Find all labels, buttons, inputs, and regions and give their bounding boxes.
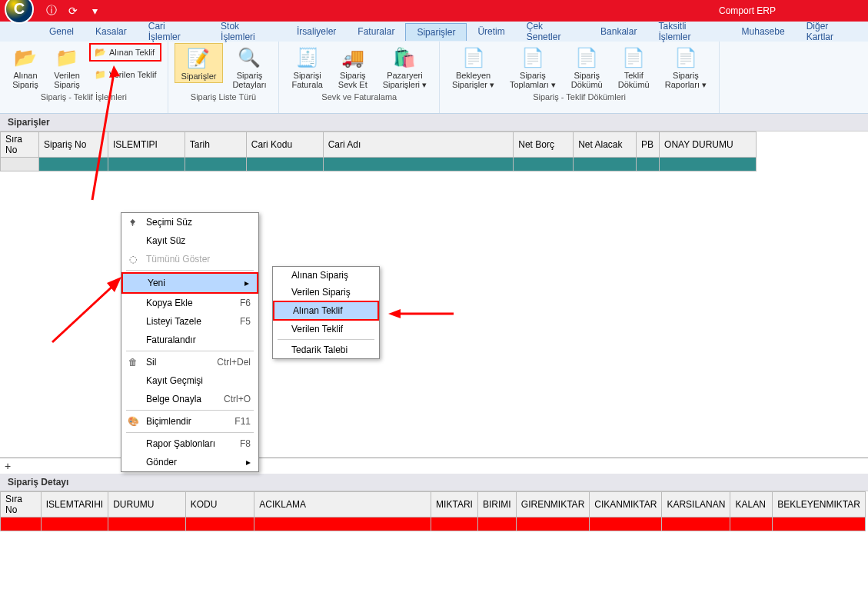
- siparis-toplamlari-button[interactable]: 📄 Sipariş Toplamları ▾: [504, 43, 562, 91]
- cm-listeyi-tazele[interactable]: Listeyi TazeleF5: [121, 312, 258, 331]
- chevron-right-icon: ▸: [244, 278, 249, 288]
- truck-icon: 🚚: [340, 45, 366, 71]
- shield-icon[interactable]: ▾: [88, 4, 101, 18]
- cm-belge-onayla[interactable]: Belge OnaylaCtrl+O: [121, 390, 258, 408]
- refresh-icon[interactable]: ⟳: [66, 4, 80, 18]
- col-miktari[interactable]: MIKTARI: [431, 492, 478, 517]
- annotation-arrow-1: [85, 65, 123, 206]
- table-siparis-detay[interactable]: Sıra No ISLEMTARIHI DURUMU KODU ACIKLAMA…: [0, 491, 866, 531]
- app-logo: C: [5, 0, 34, 24]
- cm-tumunu-goster[interactable]: ◌Tümünü Göster: [121, 250, 258, 268]
- cm-bicimlendir[interactable]: 🎨BiçimlendirF11: [121, 412, 258, 431]
- format-icon: 🎨: [126, 415, 140, 428]
- chevron-right-icon: ▸: [246, 457, 251, 468]
- col-birimi[interactable]: BIRIMI: [477, 492, 516, 517]
- ribbon-group-2: 📝 Siparişler 🔍 Sipariş Detayları Sipariş…: [168, 42, 280, 113]
- docs-icon: 📄: [574, 45, 600, 71]
- alinan-siparis-button[interactable]: 📂 Alınan Sipariş: [6, 43, 45, 91]
- info-icon[interactable]: ⓘ: [45, 4, 58, 18]
- menu-kasalar[interactable]: Kasalar: [85, 23, 138, 40]
- sub-alinan-teklif[interactable]: Alınan Teklif: [273, 301, 379, 321]
- col-net-borc[interactable]: Net Borç: [514, 132, 574, 158]
- col-net-alacak[interactable]: Net Alacak: [574, 132, 637, 158]
- app-title: Comport ERP: [719, 5, 776, 16]
- col-girenmiktar[interactable]: GIRENMIKTAR: [516, 492, 589, 517]
- col-pb[interactable]: PB: [637, 132, 660, 158]
- menu-irsaliye[interactable]: İrsaliyeler: [286, 23, 347, 40]
- col-sira-no[interactable]: Sıra No: [1, 132, 39, 158]
- col-bekleyen[interactable]: BEKLEYENMIKTAR: [773, 492, 866, 517]
- col-karsilanan[interactable]: KARSILANAN: [662, 492, 730, 517]
- docs-icon: 📄: [461, 45, 487, 71]
- menu-muhasebe[interactable]: Muhasebe: [731, 23, 796, 40]
- folder-in-icon: 📂: [94, 46, 106, 58]
- verilen-siparis-button[interactable]: 📁 Verilen Sipariş: [48, 43, 86, 91]
- folder-in-icon: 📂: [12, 45, 38, 71]
- col-kodu[interactable]: KODU: [185, 492, 254, 517]
- cm-kayit-gecmisi[interactable]: Kayıt Geçmişi: [121, 371, 258, 390]
- menu-siparisler[interactable]: Siparişler: [405, 23, 467, 41]
- siparisi-faturala-button[interactable]: 🧾 Siparişi Faturala: [285, 43, 328, 91]
- ribbon-group-4: 📄 Bekleyen Siparişler ▾ 📄 Sipariş Toplam…: [440, 42, 720, 113]
- teklif-dokumu-button[interactable]: 📄 Teklif Dökümü: [612, 43, 656, 91]
- menu-bankalar[interactable]: Bankalar: [590, 23, 647, 40]
- ribbon-group-3: 🧾 Siparişi Faturala 🚚 Sipariş Sevk Et 🛍️…: [279, 42, 440, 113]
- cm-yeni[interactable]: Yeni▸: [121, 272, 258, 294]
- context-menu-main: ⧪Seçimi Süz Kayıt Süz ◌Tümünü Göster Yen…: [121, 212, 259, 472]
- siparis-raporlari-button[interactable]: 📄 Sipariş Raporları ▾: [659, 43, 713, 91]
- sub-verilen-siparis[interactable]: Verilen Sipariş: [273, 284, 379, 301]
- sub-verilen-teklif[interactable]: Verilen Teklif: [273, 321, 379, 338]
- col-kalan[interactable]: KALAN: [730, 492, 773, 517]
- col-sira-no[interactable]: Sıra No: [1, 492, 42, 517]
- bekleyen-siparisler-button[interactable]: 📄 Bekleyen Siparişler ▾: [446, 43, 501, 91]
- group-title: Sipariş - Teklif Dökümleri: [533, 92, 626, 101]
- col-tarih[interactable]: Tarih: [185, 132, 246, 158]
- col-cari-adi[interactable]: Cari Adı: [323, 132, 514, 158]
- panel-title-detay: Sipariş Detayı: [0, 474, 868, 491]
- folder-out-icon: 📁: [54, 45, 80, 71]
- filter-icon: ⧪: [126, 216, 140, 228]
- alinan-teklif-button[interactable]: 📂 Alınan Teklif: [89, 43, 161, 62]
- cm-sil[interactable]: 🗑SilCtrl+Del: [121, 353, 258, 371]
- sub-tedarik-talebi[interactable]: Tedarik Talebi: [273, 341, 379, 358]
- cm-faturalandir[interactable]: Faturalandır: [121, 331, 258, 349]
- cm-kayit-suz[interactable]: Kayıt Süz: [121, 231, 258, 250]
- menu-diger[interactable]: Diğer Kartlar: [796, 18, 868, 45]
- pazaryeri-button[interactable]: 🛍️ Pazaryeri Siparişleri ▾: [377, 43, 433, 91]
- siparisler-button[interactable]: 📝 Siparişler: [175, 43, 224, 83]
- docs-icon: 📄: [520, 45, 546, 71]
- svg-marker-1: [109, 65, 120, 78]
- col-cikanmiktar[interactable]: CIKANMIKTAR: [590, 492, 662, 517]
- docs-icon: 📄: [673, 45, 699, 71]
- titlebar: C ⓘ ⟳ ▾ Comport ERP: [0, 0, 868, 22]
- panel-title-siparisler: Siparişler: [0, 114, 868, 131]
- titlebar-icons: ⓘ ⟳ ▾: [45, 4, 101, 18]
- menu-fatura[interactable]: Faturalar: [347, 23, 405, 40]
- menu-uretim[interactable]: Üretim: [467, 23, 515, 40]
- menu-genel[interactable]: Genel: [38, 23, 85, 40]
- cm-kopya-ekle[interactable]: Kopya EkleF6: [121, 294, 258, 312]
- cm-secimi-suz[interactable]: ⧪Seçimi Süz: [121, 213, 258, 231]
- note-icon: 📝: [185, 45, 211, 72]
- cm-gonder[interactable]: Gönder▸: [121, 453, 258, 471]
- svg-marker-5: [388, 309, 401, 318]
- docs-icon: 📄: [620, 45, 647, 71]
- siparis-sevk-button[interactable]: 🚚 Sipariş Sevk Et: [332, 43, 374, 91]
- sub-alinan-siparis[interactable]: Alınan Sipariş: [273, 267, 379, 284]
- svg-line-0: [92, 73, 114, 200]
- col-aciklama[interactable]: ACIKLAMA: [254, 492, 431, 517]
- search-icon: 🔍: [236, 45, 262, 71]
- col-islemtarihi[interactable]: ISLEMTARIHI: [41, 492, 108, 517]
- col-durumu[interactable]: DURUMU: [108, 492, 186, 517]
- siparis-dokumu-button[interactable]: 📄 Sipariş Dökümü: [565, 43, 609, 91]
- col-cari-kodu[interactable]: Cari Kodu: [246, 132, 323, 158]
- table-row[interactable]: [1, 517, 866, 531]
- group-title: Sevk ve Faturalama: [321, 92, 397, 101]
- group-title: Sipariş Liste Türü: [191, 92, 256, 101]
- siparis-detaylari-button[interactable]: 🔍 Sipariş Detayları: [226, 43, 272, 91]
- cart-icon: 🛍️: [391, 45, 417, 71]
- cm-rapor-sablonlari[interactable]: Rapor ŞablonlarıF8: [121, 434, 258, 453]
- svg-line-2: [52, 283, 116, 342]
- col-onay[interactable]: ONAY DURUMU: [660, 132, 757, 158]
- annotation-arrow-2: [48, 277, 125, 348]
